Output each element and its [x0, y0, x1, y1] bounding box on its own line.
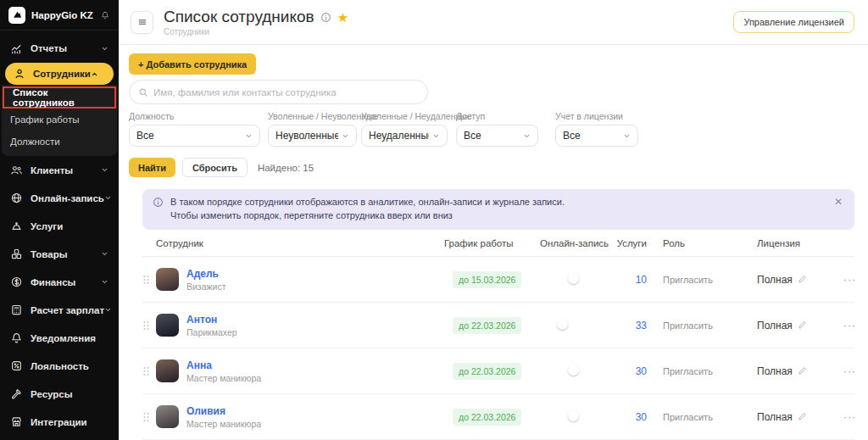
employee-position: Визажист — [186, 281, 225, 292]
sidebar-menu: Отчеты Сотрудники Список сотрудников Гра… — [0, 31, 119, 436]
notification-bell-icon[interactable] — [100, 10, 110, 20]
schedule-badge[interactable]: до 22.03.2026 — [453, 363, 521, 380]
chevron-down-icon — [432, 132, 440, 140]
chevron-down-icon — [101, 166, 108, 174]
submenu-item-work-schedule[interactable]: График работы — [2, 109, 117, 131]
col-header-license: Лицензия — [757, 238, 843, 248]
chevron-down-icon — [104, 194, 112, 202]
sidebar-item-notifications[interactable]: Уведомления — [0, 324, 119, 352]
avatar[interactable] — [156, 359, 179, 382]
sidebar-item-payroll[interactable]: Расчет зарплат — [0, 296, 119, 324]
submenu-item-positions[interactable]: Должности — [2, 131, 117, 153]
people-icon — [10, 164, 23, 176]
find-button[interactable]: Найти — [129, 158, 175, 177]
menu-toggle-button[interactable] — [131, 11, 153, 34]
globe-icon — [10, 192, 23, 204]
sidebar-item-integrations[interactable]: Интеграции — [0, 408, 119, 436]
filter-access: Доступ Все — [456, 111, 538, 147]
submenu-item-label: Должности — [10, 136, 60, 147]
sidebar-item-online-booking[interactable]: Онлайн-запись — [0, 184, 119, 212]
info-icon[interactable] — [320, 12, 331, 23]
schedule-badge[interactable]: до 22.03.2026 — [453, 409, 521, 426]
percent-icon — [10, 359, 23, 372]
drag-handle-icon[interactable] — [142, 411, 156, 423]
close-icon[interactable]: ✕ — [832, 196, 844, 208]
chevron-up-icon — [91, 70, 98, 78]
col-header-role: Роль — [655, 238, 757, 248]
edit-pencil-icon[interactable] — [798, 275, 807, 284]
edit-pencil-icon[interactable] — [798, 412, 807, 421]
avatar[interactable] — [156, 314, 179, 337]
submenu-item-employee-list[interactable]: Список сотрудников — [3, 86, 116, 109]
services-count-link[interactable]: 30 — [616, 411, 655, 423]
invite-link[interactable]: Пригласить — [655, 275, 757, 285]
employee-name-link[interactable]: Адель — [186, 268, 225, 280]
employee-name-link[interactable]: Антон — [186, 314, 237, 326]
filter-label: Уволенные / Неуволенные — [268, 111, 357, 121]
employee-name-link[interactable]: Анна — [186, 359, 261, 371]
position-select[interactable]: Все — [129, 125, 260, 147]
fired-select[interactable]: Неуволенные — [268, 125, 357, 147]
sidebar-item-loyalty[interactable]: Лояльность — [0, 352, 119, 380]
app-logo[interactable] — [8, 7, 25, 24]
row-actions-menu[interactable]: ··· — [843, 365, 856, 377]
sidebar-item-label: Онлайн-запись — [31, 193, 104, 203]
sidebar-item-employees[interactable]: Сотрудники — [5, 63, 114, 85]
search-box[interactable] — [129, 80, 428, 104]
filters-row: Должность Все Уволенные / Неуволенные Не… — [129, 111, 854, 147]
row-actions-menu[interactable]: ··· — [843, 274, 856, 286]
sidebar-item-resources[interactable]: Ресурсы — [0, 380, 119, 408]
sidebar-item-reports[interactable]: Отчеты — [0, 36, 119, 61]
chevron-down-icon — [523, 132, 531, 140]
favorite-star-icon[interactable]: ★ — [337, 11, 348, 24]
license-management-button[interactable]: Управление лицензией — [733, 11, 854, 33]
employees-table: Сотрудник График работы Онлайн-запись Ус… — [142, 230, 854, 440]
search-icon — [138, 87, 148, 97]
schedule-badge[interactable]: до 22.03.2026 — [453, 317, 521, 334]
banner-line-2: Чтобы изменить порядок, перетяните сотру… — [170, 209, 832, 223]
sidebar-item-services[interactable]: Услуги — [0, 212, 119, 240]
drag-handle-icon[interactable] — [142, 365, 156, 377]
row-actions-menu[interactable]: ··· — [843, 411, 856, 423]
row-actions-menu[interactable]: ··· — [843, 320, 856, 331]
service-bell-icon — [10, 220, 23, 232]
sidebar-item-label: Интеграции — [31, 417, 108, 427]
sidebar-item-label: Товары — [31, 249, 101, 259]
sidebar-item-clients[interactable]: Клиенты — [0, 156, 119, 184]
table-row: Анна Мастер маникюра до 22.03.2026 30 Пр… — [142, 348, 854, 394]
employee-name-link[interactable]: Оливия — [186, 405, 261, 417]
invite-link[interactable]: Пригласить — [655, 320, 757, 331]
person-icon — [14, 68, 26, 81]
banner-line-1: В таком порядке сотрудники отображаются … — [170, 196, 832, 209]
sidebar-item-finance[interactable]: Финансы — [0, 268, 119, 296]
found-count: Найдено: 15 — [258, 163, 314, 173]
sidebar-item-label: Расчет зарплат — [31, 305, 104, 315]
drag-handle-icon[interactable] — [142, 320, 156, 331]
content: + Добавить сотрудника Должность Все Увол… — [119, 45, 868, 440]
add-employee-button[interactable]: + Добавить сотрудника — [129, 53, 256, 75]
license-value: Полная — [757, 411, 793, 423]
sidebar: HappyGio KZ Отчеты Сотрудники Список сот… — [0, 0, 119, 440]
avatar[interactable] — [156, 268, 179, 291]
schedule-badge[interactable]: до 15.03.2026 — [453, 271, 521, 288]
sidebar-item-products[interactable]: Товары — [0, 240, 119, 268]
storefront-icon — [10, 415, 23, 428]
employees-submenu: Список сотрудников График работы Должнос… — [2, 85, 117, 156]
edit-pencil-icon[interactable] — [798, 366, 807, 376]
license-accounting-select[interactable]: Все — [555, 125, 638, 147]
access-select[interactable]: Все — [456, 125, 538, 147]
services-count-link[interactable]: 33 — [616, 320, 655, 331]
reset-button[interactable]: Сбросить — [182, 158, 248, 177]
col-header-schedule: График работы — [444, 238, 540, 248]
edit-pencil-icon[interactable] — [798, 320, 807, 330]
license-value: Полная — [757, 365, 793, 377]
invite-link[interactable]: Пригласить — [655, 412, 757, 422]
search-input[interactable] — [153, 87, 419, 97]
services-count-link[interactable]: 10 — [616, 274, 655, 286]
drag-handle-icon[interactable] — [142, 274, 156, 286]
invite-link[interactable]: Пригласить — [655, 366, 757, 376]
deleted-select[interactable]: Неудаленные — [361, 125, 448, 147]
filter-fired: Уволенные / Неуволенные Неуволенные — [268, 111, 357, 147]
services-count-link[interactable]: 30 — [616, 365, 655, 377]
avatar[interactable] — [156, 405, 179, 428]
